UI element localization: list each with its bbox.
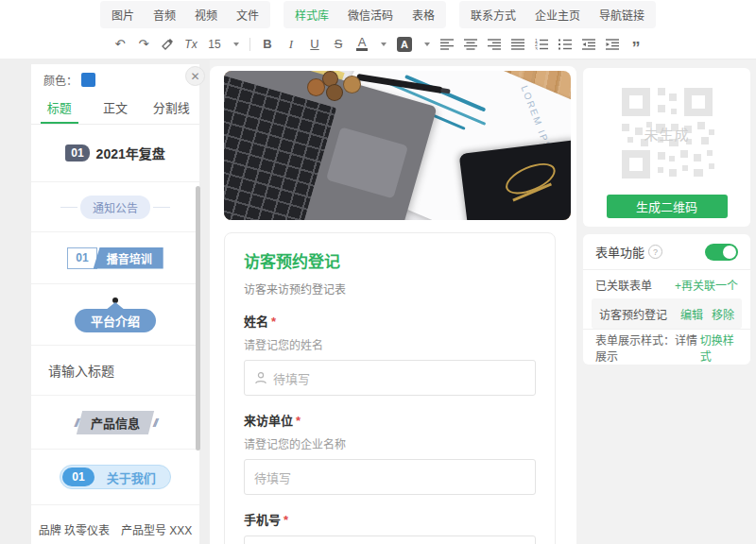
linked-form-name: 访客预约登记 xyxy=(599,306,667,322)
form-feature-panel: 表单功能 ? 已关联表单 +再关联一个 访客预约登记 编辑 移除 表单展示样式：… xyxy=(583,234,750,365)
coin xyxy=(326,84,343,101)
qr-not-generated-label: 未生成 xyxy=(614,80,720,186)
qr-placeholder: 未生成 xyxy=(614,80,720,186)
template-item-skew-tag[interactable]: 01 播音培训 xyxy=(31,232,199,284)
form-feature-label: 表单功能 xyxy=(595,243,644,261)
tab-heading[interactable]: 标题 xyxy=(31,95,87,124)
form-subtitle: 访客来访预约登记表 xyxy=(244,280,536,297)
edit-form-link[interactable]: 编辑 xyxy=(680,306,703,322)
insert-audio-button[interactable]: 音频 xyxy=(153,7,176,23)
underline-button[interactable]: U xyxy=(308,36,321,53)
form-feature-toggle[interactable] xyxy=(705,244,738,261)
font-size-caret-icon[interactable] xyxy=(233,42,239,46)
media-group: 图片 音频 视频 文件 xyxy=(100,1,270,28)
style-library-button[interactable]: 样式库 xyxy=(295,7,329,23)
slash-decoration: // xyxy=(75,416,77,430)
strikethrough-button[interactable]: S xyxy=(332,36,345,53)
wechat-qr-button[interactable]: 微信活码 xyxy=(348,7,393,23)
template-item-hanging-sign[interactable]: 平台介绍 xyxy=(31,284,199,346)
switch-style-link[interactable]: 切换样式 xyxy=(700,332,738,364)
phone-input[interactable]: 点击获取手机号 xyxy=(244,536,536,544)
font-color-caret-icon[interactable] xyxy=(381,42,387,46)
align-left-icon[interactable] xyxy=(440,36,454,53)
undo-icon[interactable]: ↶ xyxy=(113,36,127,53)
template-title-text: 产品信息 xyxy=(91,414,140,432)
template-number-badge: 01 xyxy=(62,468,94,486)
name-input[interactable]: 待填写 xyxy=(244,360,536,396)
template-number-badge: 01 xyxy=(65,144,89,162)
company-page-button[interactable]: 企业主页 xyxy=(535,7,580,23)
format-painter-icon[interactable] xyxy=(161,36,174,53)
field-helper-company: 请登记您的企业名称 xyxy=(244,435,536,451)
slash-decoration: // xyxy=(153,416,156,430)
blockquote-icon[interactable]: ” xyxy=(629,32,643,57)
align-center-icon[interactable] xyxy=(464,36,477,53)
color-swatch[interactable] xyxy=(81,73,95,87)
field-helper-name: 请登记您的姓名 xyxy=(244,336,536,352)
svg-text:3: 3 xyxy=(535,45,538,49)
font-color-bar xyxy=(356,48,368,51)
template-item-plain-title[interactable]: 请输入标题 xyxy=(31,346,199,396)
nav-link-button[interactable]: 导航链接 xyxy=(599,7,644,23)
clear-format-icon[interactable]: Tx xyxy=(184,36,198,53)
person-icon xyxy=(254,371,267,384)
insert-image-button[interactable]: 图片 xyxy=(112,7,134,23)
tab-body-text[interactable]: 正文 xyxy=(87,95,143,124)
color-picker-row: 颜色： xyxy=(31,64,199,95)
template-item-slash-band[interactable]: // 产品信息 // xyxy=(31,396,199,450)
unordered-list-icon[interactable] xyxy=(558,36,572,53)
template-item-capsule[interactable]: 01 关于我们 xyxy=(31,450,199,505)
template-item-spec-text[interactable]: 品牌 玖零仪表 产品型号 XXX xyxy=(31,505,199,544)
format-toolbar: ↶ ↷ Tx 15 B I U S A A 123 ” xyxy=(0,29,756,60)
font-color-button[interactable]: A xyxy=(355,36,369,53)
notebook xyxy=(459,140,571,220)
template-title-text: 品牌 玖零仪表 产品型号 XXX xyxy=(39,521,193,537)
contact-info-button[interactable]: 联系方式 xyxy=(471,7,516,23)
redo-icon[interactable]: ↷ xyxy=(137,36,150,53)
display-style-label: 表单展示样式：详情展示 xyxy=(595,332,700,364)
bg-color-caret-icon[interactable] xyxy=(424,42,430,46)
remove-form-link[interactable]: 移除 xyxy=(712,306,734,322)
bold-button[interactable]: B xyxy=(261,36,274,53)
outdent-icon[interactable] xyxy=(582,36,595,53)
pill-side-line xyxy=(60,207,77,208)
insert-video-button[interactable]: 视频 xyxy=(195,7,217,23)
name-placeholder: 待填写 xyxy=(273,369,310,387)
relink-form-link[interactable]: +再关联一个 xyxy=(675,277,738,293)
left-panel-scrollbar[interactable] xyxy=(196,186,200,450)
indent-icon[interactable] xyxy=(606,36,619,53)
company-input[interactable]: 待填写 xyxy=(244,459,536,495)
toolbar-divider xyxy=(249,38,250,51)
template-item-notice-pill[interactable]: 通知公告 xyxy=(31,182,199,232)
tab-divider[interactable]: 分割线 xyxy=(144,95,199,124)
required-asterisk: * xyxy=(271,314,276,329)
help-icon[interactable]: ? xyxy=(648,245,662,259)
visitor-form-card[interactable]: 访客预约登记 访客来访预约登记表 姓名* 请登记您的姓名 待填写 来访单位* 请… xyxy=(224,232,556,544)
linked-form-label: 已关联表单 xyxy=(595,277,652,293)
font-size-select[interactable]: 15 xyxy=(208,36,221,53)
required-asterisk: * xyxy=(296,414,301,428)
template-title-text: 2021年复盘 xyxy=(96,144,165,162)
insert-table-button[interactable]: 表格 xyxy=(412,7,435,23)
insert-file-button[interactable]: 文件 xyxy=(236,7,259,23)
color-label: 颜色： xyxy=(43,72,77,88)
template-number-badge: 01 xyxy=(67,247,96,269)
align-right-icon[interactable] xyxy=(488,36,501,53)
template-item-numbered-title[interactable]: 01 2021年复盘 xyxy=(31,125,199,182)
style-group: 样式库 微信活码 表格 xyxy=(284,1,446,28)
field-label-company: 来访单位* xyxy=(244,411,536,429)
ordered-list-icon[interactable]: 123 xyxy=(535,36,548,53)
laptop-trackpad xyxy=(326,127,408,198)
template-title-text: 播音培训 xyxy=(94,247,163,269)
italic-button[interactable]: I xyxy=(284,36,298,53)
template-title-text: 通知公告 xyxy=(80,196,150,219)
close-icon[interactable]: ✕ xyxy=(185,66,205,86)
pill-side-line xyxy=(153,207,170,208)
coin xyxy=(343,76,361,94)
justify-icon[interactable] xyxy=(511,36,524,53)
desk-photo[interactable]: LOREM IPSUM DOLOR xyxy=(224,71,571,220)
laptop-keyboard xyxy=(224,74,336,220)
bg-color-button[interactable]: A xyxy=(397,37,412,52)
link-group: 联系方式 企业主页 导航链接 xyxy=(459,1,656,28)
generate-qr-button[interactable]: 生成二维码 xyxy=(607,195,728,218)
